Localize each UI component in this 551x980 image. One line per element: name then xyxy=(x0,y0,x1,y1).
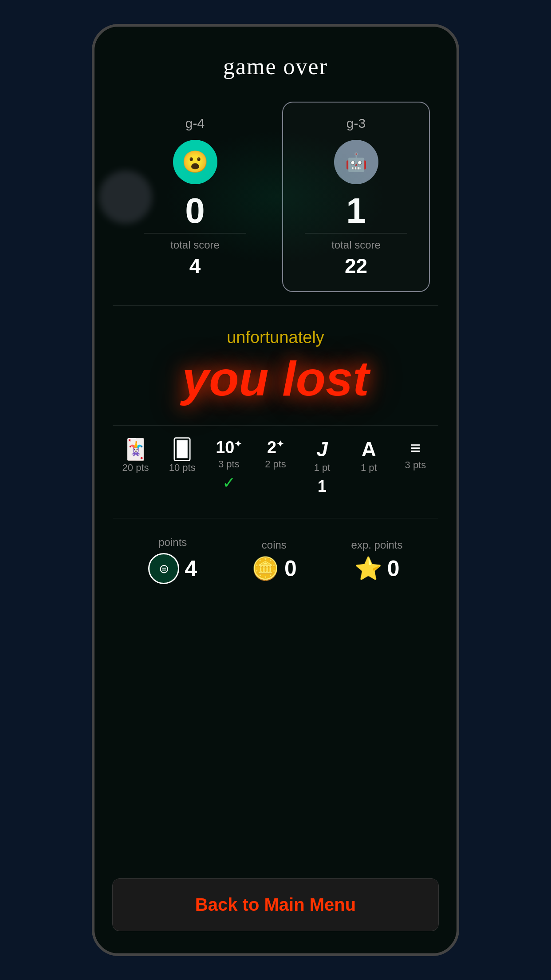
card-icon: 🂠 xyxy=(172,439,193,459)
ten-star-icon: 10✦ xyxy=(216,439,242,456)
scoring-pts-5: 1 pt xyxy=(314,462,331,474)
coins-icon: 🪙 xyxy=(252,556,279,581)
j-icon: J xyxy=(316,439,328,459)
scoring-item-2: 🂠 10 pts xyxy=(165,439,200,474)
scoring-item-3: 10✦ 3 pts ✓ xyxy=(211,439,247,492)
player-1-score: 0 xyxy=(185,193,205,229)
player-2-total-score: 22 xyxy=(345,254,367,278)
player-2-total-label: total score xyxy=(331,239,381,251)
phone-screen: game over g-4 😮 0 total score 4 g-3 🤖 xyxy=(94,27,457,953)
players-section: g-4 😮 0 total score 4 g-3 🤖 1 total scor… xyxy=(94,93,457,301)
player-1-total-label: total score xyxy=(170,239,220,251)
reward-coins-value: 0 xyxy=(284,556,297,581)
reward-coins-row: 🪙 0 xyxy=(252,556,297,581)
reward-points-row: ⊜ 4 xyxy=(148,553,197,584)
result-section: unfortunately you lost xyxy=(94,310,457,421)
scoring-item-5: J 1 pt 1 xyxy=(304,439,340,496)
player-2-score: 1 xyxy=(346,193,366,229)
scoring-count-5: 1 xyxy=(318,477,327,496)
separator-2 xyxy=(113,425,438,426)
reward-points-label: points xyxy=(158,536,187,549)
player-1-total-score: 4 xyxy=(189,254,201,278)
reward-coins: coins 🪙 0 xyxy=(252,539,297,581)
points-circle-icon: ⊜ xyxy=(148,553,179,584)
scoring-pts-7: 3 pts xyxy=(405,459,426,471)
rewards-section: points ⊜ 4 coins 🪙 0 exp. points ⭐ xyxy=(94,523,457,597)
scoring-pts-4: 2 pts xyxy=(265,458,286,470)
separator-1 xyxy=(113,305,438,306)
star-icon: ⭐ xyxy=(354,556,382,581)
scoring-pts-6: 1 pt xyxy=(361,462,377,474)
reward-exp-label: exp. points xyxy=(351,539,403,551)
scoring-row: 🃏 20 pts 🂠 10 pts 10✦ 3 pts ✓ 2✦ 2 pts xyxy=(112,439,439,496)
header: game over xyxy=(94,27,457,93)
reward-exp-row: ⭐ 0 xyxy=(354,556,400,581)
player-1-avatar: 😮 xyxy=(173,140,217,184)
scoring-item-1: 🃏 20 pts xyxy=(118,439,153,474)
separator-3 xyxy=(113,518,438,518)
player-1-name: g-4 xyxy=(185,116,205,131)
scoring-item-7: ≡ 3 pts xyxy=(398,439,433,471)
scoring-pts-2: 10 pts xyxy=(169,462,196,474)
scoring-item-6: A 1 pt xyxy=(351,439,386,474)
player-2-name: g-3 xyxy=(346,116,366,131)
two-star-icon: 2✦ xyxy=(267,439,284,456)
reward-points: points ⊜ 4 xyxy=(148,536,197,584)
back-button-container: Back to Main Menu xyxy=(94,869,457,953)
lines-icon: ≡ xyxy=(410,439,421,457)
phone-frame: game over g-4 😮 0 total score 4 g-3 🤖 xyxy=(92,24,459,956)
scoring-check-3: ✓ xyxy=(222,474,236,492)
game-over-title: game over xyxy=(223,53,328,79)
divider-2 xyxy=(305,233,407,233)
cards-stack-icon: 🃏 xyxy=(123,439,148,459)
scoring-section: 🃏 20 pts 🂠 10 pts 10✦ 3 pts ✓ 2✦ 2 pts xyxy=(94,430,457,514)
a-icon: A xyxy=(362,439,376,459)
reward-points-value: 4 xyxy=(185,556,197,581)
player-2-avatar: 🤖 xyxy=(334,140,378,184)
scoring-item-4: 2✦ 2 pts xyxy=(258,439,293,470)
player-card-2: g-3 🤖 1 total score 22 xyxy=(282,102,430,292)
scoring-pts-1: 20 pts xyxy=(122,462,149,474)
scoring-pts-3: 3 pts xyxy=(218,458,240,470)
reward-coins-label: coins xyxy=(262,539,287,551)
back-to-main-menu-button[interactable]: Back to Main Menu xyxy=(112,878,439,931)
reward-exp-value: 0 xyxy=(387,556,400,581)
you-lost-text: you lost xyxy=(182,354,369,403)
unfortunately-text: unfortunately xyxy=(227,328,324,347)
reward-exp: exp. points ⭐ 0 xyxy=(351,539,403,581)
divider-1 xyxy=(144,233,246,233)
